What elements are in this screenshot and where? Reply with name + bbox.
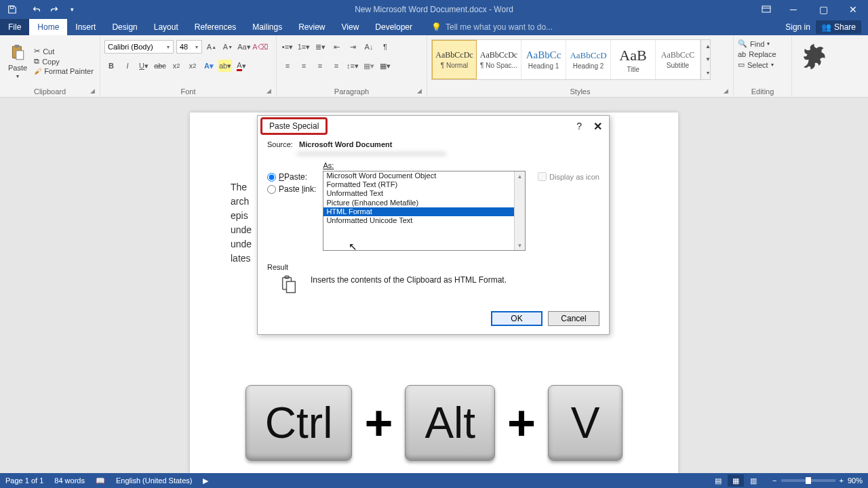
multilevel-list-icon[interactable]: ≣▾: [313, 41, 327, 53]
list-item[interactable]: Unformatted Unicode Text: [323, 216, 525, 225]
undo-icon[interactable]: [28, 2, 45, 17]
text-effects-icon[interactable]: A▾: [202, 60, 216, 72]
scroll-up-icon[interactable]: ▲: [515, 171, 525, 181]
clipboard-launcher-icon[interactable]: ◢: [90, 87, 97, 94]
superscript-icon[interactable]: x2: [186, 60, 199, 72]
dialog-close-button[interactable]: ✕: [593, 120, 602, 133]
change-case-icon[interactable]: Aa▾: [237, 41, 251, 53]
font-launcher-icon[interactable]: ◢: [267, 87, 273, 94]
qat-customize-icon[interactable]: ▾: [64, 2, 80, 17]
replace-button[interactable]: abReplace: [738, 50, 787, 58]
paste-link-radio[interactable]: Paste link:: [267, 184, 316, 194]
bullets-icon[interactable]: •≡▾: [281, 41, 294, 53]
close-button[interactable]: ✕: [838, 0, 868, 19]
zoom-out-icon[interactable]: −: [772, 476, 776, 485]
style-item[interactable]: AaBbCcDc¶ Normal: [432, 40, 477, 79]
clear-formatting-icon[interactable]: A⌫: [254, 41, 267, 53]
sort-icon[interactable]: A↓: [362, 41, 376, 53]
zoom-in-icon[interactable]: +: [840, 476, 844, 485]
styles-scroll-up-icon[interactable]: ▲: [701, 40, 715, 53]
ribbon-display-options-icon[interactable]: [754, 0, 778, 19]
scroll-down-icon[interactable]: ▼: [515, 241, 525, 250]
styles-launcher-icon[interactable]: ◢: [724, 87, 730, 94]
format-painter-button[interactable]: 🖌Format Painter: [34, 67, 94, 75]
tab-file[interactable]: File: [0, 19, 29, 35]
list-item[interactable]: Picture (Enhanced Metafile): [323, 199, 525, 207]
spellcheck-icon[interactable]: 📖: [96, 476, 105, 485]
cut-button[interactable]: ✂Cut: [34, 47, 94, 56]
shading-icon[interactable]: ▦▾: [362, 60, 376, 72]
strikethrough-icon[interactable]: abc: [153, 60, 167, 72]
subscript-icon[interactable]: x2: [170, 60, 183, 72]
italic-icon[interactable]: I: [121, 60, 134, 72]
align-center-icon[interactable]: ≡: [297, 60, 311, 72]
tell-me-search[interactable]: 💡 Tell me what you want to do...: [420, 19, 553, 35]
list-item[interactable]: Microsoft Word Document Object: [323, 171, 525, 180]
tab-design[interactable]: Design: [104, 19, 145, 35]
bold-icon[interactable]: B: [104, 60, 118, 72]
styles-gallery[interactable]: AaBbCcDc¶ NormalAaBbCcDc¶ No Spac...AaBb…: [431, 39, 701, 80]
underline-icon[interactable]: U▾: [137, 60, 151, 72]
style-item[interactable]: AaBbCcDHeading 2: [566, 40, 611, 79]
tab-insert[interactable]: Insert: [67, 19, 104, 35]
styles-scroll-down-icon[interactable]: ▼: [701, 53, 715, 66]
word-count[interactable]: 84 words: [54, 476, 85, 485]
listbox-scrollbar[interactable]: ▲ ▼: [514, 171, 525, 250]
dialog-help-button[interactable]: ?: [576, 121, 582, 131]
paste-button[interactable]: Paste ▾: [4, 37, 31, 85]
list-item[interactable]: HTML Format: [323, 207, 525, 216]
decrease-indent-icon[interactable]: ⇤: [330, 41, 343, 53]
styles-more-icon[interactable]: ▾: [701, 66, 715, 79]
numbering-icon[interactable]: 1≡▾: [297, 41, 311, 53]
tab-review[interactable]: Review: [290, 19, 333, 35]
zoom-slider[interactable]: − + 90%: [772, 476, 863, 485]
dragon-icon[interactable]: [796, 37, 829, 77]
tab-references[interactable]: References: [186, 19, 244, 35]
borders-icon[interactable]: ▦▾: [378, 60, 392, 72]
page-indicator[interactable]: Page 1 of 1: [5, 476, 43, 485]
style-item[interactable]: AaBbCcCSubtitle: [656, 40, 701, 79]
read-mode-icon[interactable]: ▤: [710, 474, 726, 487]
font-size-combo[interactable]: ▾: [176, 40, 202, 54]
as-listbox[interactable]: Microsoft Word Document ObjectFormatted …: [323, 171, 526, 251]
minimize-button[interactable]: ─: [778, 0, 808, 19]
grow-font-icon[interactable]: A▲: [205, 41, 218, 53]
macro-icon[interactable]: ▶: [203, 476, 208, 485]
font-color-icon[interactable]: A▾: [235, 60, 248, 72]
chevron-down-icon[interactable]: ▾: [192, 44, 201, 50]
font-name-combo[interactable]: ▾: [104, 40, 174, 54]
align-right-icon[interactable]: ≡: [313, 60, 327, 72]
find-button[interactable]: 🔍Find▾: [738, 39, 787, 48]
paste-radio[interactable]: PPaste:: [267, 172, 316, 182]
redo-icon[interactable]: [46, 2, 62, 17]
style-item[interactable]: AaBTitle: [611, 40, 656, 79]
tab-home[interactable]: Home: [29, 19, 67, 35]
paragraph-launcher-icon[interactable]: ◢: [417, 87, 424, 94]
list-item[interactable]: Unformatted Text: [323, 189, 525, 198]
style-item[interactable]: AaBbCcHeading 1: [521, 40, 566, 79]
tab-developer[interactable]: Developer: [367, 19, 420, 35]
shrink-font-icon[interactable]: A▼: [221, 41, 235, 53]
save-icon[interactable]: [4, 2, 20, 17]
ok-button[interactable]: OK: [491, 311, 542, 326]
list-item[interactable]: Formatted Text (RTF): [323, 180, 525, 189]
show-hide-icon[interactable]: ¶: [378, 41, 392, 53]
line-spacing-icon[interactable]: ↕≡▾: [346, 60, 359, 72]
zoom-level[interactable]: 90%: [848, 476, 863, 485]
share-button[interactable]: 👥 Share: [816, 20, 861, 34]
chevron-down-icon[interactable]: ▾: [163, 44, 173, 50]
style-item[interactable]: AaBbCcDc¶ No Spac...: [477, 40, 521, 79]
justify-icon[interactable]: ≡: [330, 60, 343, 72]
language-indicator[interactable]: English (United States): [116, 476, 193, 485]
tab-layout[interactable]: Layout: [146, 19, 186, 35]
sign-in-link[interactable]: Sign in: [785, 22, 810, 32]
align-left-icon[interactable]: ≡: [281, 60, 294, 72]
cancel-button[interactable]: Cancel: [548, 311, 599, 326]
copy-button[interactable]: ⧉Copy: [34, 57, 94, 66]
maximize-button[interactable]: ▢: [808, 0, 838, 19]
print-layout-icon[interactable]: ▦: [728, 474, 744, 487]
select-button[interactable]: ▭Select▾: [738, 60, 787, 69]
highlight-icon[interactable]: ab▾: [218, 60, 232, 72]
web-layout-icon[interactable]: ▥: [745, 474, 762, 487]
increase-indent-icon[interactable]: ⇥: [346, 41, 359, 53]
